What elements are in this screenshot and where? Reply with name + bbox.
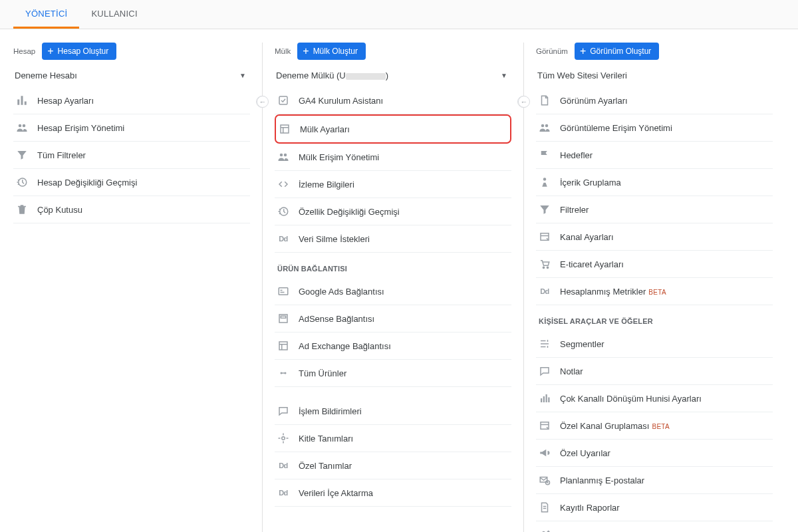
adsense-icon bbox=[277, 313, 289, 325]
google-ads-icon bbox=[277, 285, 289, 297]
item-label: İzleme Bilgileri bbox=[299, 180, 506, 190]
view-annotations[interactable]: Notlar bbox=[536, 358, 773, 385]
property-audience-definitions[interactable]: Kitle Tanımları bbox=[275, 425, 511, 452]
account-all-filters[interactable]: Tüm Filtreler bbox=[13, 142, 250, 169]
history-icon bbox=[16, 176, 28, 188]
item-label: Hesap Ayarları bbox=[37, 96, 245, 106]
item-label: Kitle Tanımları bbox=[299, 434, 506, 444]
account-settings[interactable]: Hesap Ayarları bbox=[13, 87, 250, 114]
create-property-button[interactable]: + Mülk Oluştur bbox=[297, 43, 366, 60]
flag-icon bbox=[539, 149, 551, 161]
item-label: Varlık Paylaşımı bbox=[560, 530, 767, 533]
view-custom-alerts[interactable]: Özel Uyarılar bbox=[536, 440, 773, 467]
view-saved-reports[interactable]: Kayıtlı Raporlar bbox=[536, 494, 773, 521]
account-access-management[interactable]: Hesap Erişim Yönetimi bbox=[13, 114, 250, 142]
svg-rect-24 bbox=[541, 398, 542, 402]
item-label: Ad Exchange Bağlantısı bbox=[299, 341, 506, 351]
create-view-label: Görünüm Oluştur bbox=[590, 47, 651, 56]
property-postbacks[interactable]: İşlem Bildirimleri bbox=[275, 398, 511, 425]
segments-icon bbox=[539, 338, 551, 350]
tab-user[interactable]: KULLANICI bbox=[79, 0, 149, 29]
svg-point-22 bbox=[543, 267, 544, 268]
view-segments[interactable]: Segmentler bbox=[536, 331, 773, 358]
view-channel-settings[interactable]: Kanal Ayarları bbox=[536, 223, 773, 251]
target-icon bbox=[277, 432, 289, 444]
personal-tools-header: KİŞİSEL ARAÇLAR VE ÖĞELER bbox=[536, 305, 773, 331]
view-selected: Tüm Web Sitesi Verileri bbox=[537, 70, 627, 80]
svg-rect-27 bbox=[548, 398, 549, 403]
svg-rect-12 bbox=[281, 316, 286, 318]
svg-point-19 bbox=[545, 124, 549, 128]
item-label: GA4 Kurulum Asistanı bbox=[299, 96, 506, 106]
property-access-management[interactable]: Mülk Erişim Yönetimi bbox=[275, 144, 511, 171]
channel-icon bbox=[539, 420, 551, 432]
create-account-label: Hesap Oluştur bbox=[58, 47, 109, 56]
create-view-button[interactable]: + Görünüm Oluştur bbox=[575, 43, 659, 60]
item-label: Veri Silme İstekleri bbox=[299, 234, 506, 244]
view-asset-sharing[interactable]: Varlık Paylaşımı bbox=[536, 521, 773, 532]
svg-point-20 bbox=[543, 178, 547, 181]
item-label: Görünüm Ayarları bbox=[560, 96, 767, 106]
view-selector[interactable]: Tüm Web Sitesi Verileri bbox=[536, 68, 773, 87]
view-ecommerce-settings[interactable]: E-ticaret Ayarları bbox=[536, 251, 773, 278]
item-label: Hesap Erişim Yönetimi bbox=[37, 123, 245, 133]
view-goals[interactable]: Hedefler bbox=[536, 142, 773, 169]
svg-point-5 bbox=[280, 154, 283, 157]
column-connector-icon: ← bbox=[518, 96, 530, 108]
svg-rect-9 bbox=[281, 290, 283, 291]
view-custom-channel-grouping[interactable]: Özel Kanal GruplamasıBETA bbox=[536, 412, 773, 440]
saved-report-icon bbox=[539, 501, 551, 513]
view-settings[interactable]: Görünüm Ayarları bbox=[536, 87, 773, 114]
view-column: ← Görünüm + Görünüm Oluştur Tüm Web Site… bbox=[523, 43, 785, 532]
svg-rect-13 bbox=[279, 342, 287, 350]
trash-icon bbox=[16, 203, 28, 215]
svg-rect-8 bbox=[279, 288, 288, 295]
column-connector-icon: ← bbox=[257, 96, 269, 108]
item-label: E-ticaret Ayarları bbox=[560, 259, 767, 269]
item-label: Özel Tanımlar bbox=[299, 461, 506, 471]
linking-ad-exchange[interactable]: Ad Exchange Bağlantısı bbox=[275, 332, 511, 360]
property-column: ← Mülk + Mülk Oluştur Deneme Mülkü (U) ▼… bbox=[262, 43, 523, 532]
create-account-button[interactable]: + Hesap Oluştur bbox=[42, 43, 116, 60]
property-data-deletion-requests[interactable]: Dd Veri Silme İstekleri bbox=[275, 225, 511, 253]
account-change-history[interactable]: Hesap Değişikliği Geçmişi bbox=[13, 169, 250, 196]
svg-rect-4 bbox=[281, 125, 289, 133]
property-custom-definitions[interactable]: Dd Özel Tanımlar bbox=[275, 452, 511, 479]
svg-rect-10 bbox=[281, 292, 285, 293]
linking-adsense[interactable]: AdSense Bağlantısı bbox=[275, 305, 511, 332]
svg-point-6 bbox=[284, 154, 287, 157]
property-tracking-info[interactable]: İzleme Bilgileri bbox=[275, 171, 511, 198]
svg-point-1 bbox=[23, 124, 26, 128]
view-content-grouping[interactable]: İçerik Gruplama bbox=[536, 169, 773, 196]
item-label: Hesaplanmış MetriklerBETA bbox=[560, 287, 767, 297]
property-selector[interactable]: Deneme Mülkü (U) ▼ bbox=[275, 68, 511, 87]
account-trash[interactable]: Çöp Kutusu bbox=[13, 196, 250, 223]
item-label: AdSense Bağlantısı bbox=[299, 314, 506, 324]
view-calculated-metrics[interactable]: Dd Hesaplanmış MetriklerBETA bbox=[536, 278, 773, 305]
history-icon bbox=[277, 205, 289, 217]
account-selector[interactable]: Deneme Hesabı ▼ bbox=[13, 68, 250, 87]
item-label: Hedefler bbox=[560, 150, 767, 160]
property-settings[interactable]: Mülk Ayarları bbox=[275, 114, 511, 144]
caret-down-icon: ▼ bbox=[501, 72, 507, 79]
linking-google-ads[interactable]: Google Ads Bağlantısı bbox=[275, 278, 511, 305]
linking-all-products[interactable]: Tüm Ürünler bbox=[275, 360, 511, 387]
tab-admin[interactable]: YÖNETİCİ bbox=[13, 0, 79, 29]
view-scheduled-emails[interactable]: Planlanmış E-postalar bbox=[536, 467, 773, 494]
document-icon bbox=[539, 94, 551, 106]
item-label: Filtreler bbox=[560, 205, 767, 215]
item-label: Verileri İçe Aktarma bbox=[299, 488, 506, 498]
item-label: Notlar bbox=[560, 366, 767, 376]
people-icon bbox=[277, 151, 289, 163]
property-ga4-assistant[interactable]: GA4 Kurulum Asistanı bbox=[275, 87, 511, 114]
view-access-management[interactable]: Görüntüleme Erişim Yönetimi bbox=[536, 114, 773, 142]
property-change-history[interactable]: Özellik Değişikliği Geçmişi bbox=[275, 198, 511, 225]
property-selected: Deneme Mülkü (U) bbox=[276, 70, 388, 80]
view-multichannel-funnel-settings[interactable]: Çok Kanallı Dönüşüm Hunisi Ayarları bbox=[536, 385, 773, 412]
caret-down-icon: ▼ bbox=[239, 72, 246, 79]
filter-icon bbox=[16, 149, 28, 161]
view-filters[interactable]: Filtreler bbox=[536, 196, 773, 223]
svg-point-23 bbox=[547, 267, 548, 268]
svg-rect-3 bbox=[279, 96, 287, 104]
property-data-import[interactable]: Dd Verileri İçe Aktarma bbox=[275, 479, 511, 507]
